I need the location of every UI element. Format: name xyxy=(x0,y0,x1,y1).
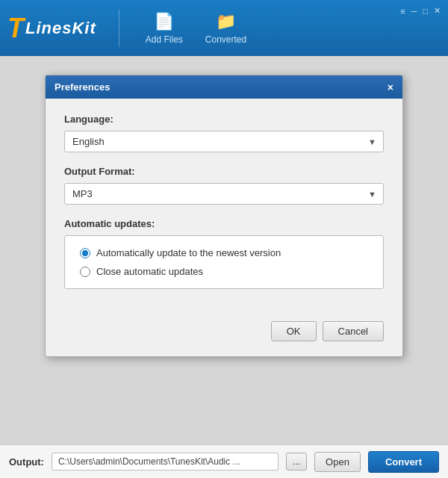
dialog-header: Preferences × xyxy=(46,75,402,99)
language-field-group: Language: English French German Spanish … xyxy=(64,114,384,152)
add-files-label: Add Files xyxy=(146,34,183,45)
converted-icon: 📁 xyxy=(216,12,236,31)
output-path: C:\Users\admin\Documents\TunesKit\Audic … xyxy=(52,453,279,471)
minimize-button[interactable]: ─ xyxy=(411,7,417,16)
output-format-field-group: Output Format: MP3 AAC FLAC WAV OGG ▼ xyxy=(64,166,384,205)
preferences-dialog: Preferences × Language: English French G… xyxy=(45,75,403,357)
dialog-footer: OK Cancel xyxy=(46,314,402,356)
converted-label: Converted xyxy=(205,34,246,45)
add-files-button[interactable]: 📄 Add Files xyxy=(134,8,194,49)
dialog-body: Language: English French German Spanish … xyxy=(46,99,402,314)
dialog-title: Preferences xyxy=(55,81,110,93)
close-button[interactable]: ✕ xyxy=(434,6,441,16)
menu-icon[interactable]: ≡ xyxy=(400,7,405,16)
main-content: Preferences × Language: English French G… xyxy=(0,56,448,444)
dialog-close-button[interactable]: × xyxy=(388,82,393,93)
titlebar: T LinesKit 📄 Add Files 📁 Converted ≡ ─ □… xyxy=(0,0,448,56)
browse-button[interactable]: ... xyxy=(286,453,307,471)
auto-updates-box: Automatically update to the newest versi… xyxy=(64,235,384,289)
language-label: Language: xyxy=(64,114,384,125)
add-files-icon: 📄 xyxy=(154,12,174,31)
auto-update-option1-label: Automatically update to the newest versi… xyxy=(96,247,281,258)
cancel-button[interactable]: Cancel xyxy=(323,321,384,341)
titlebar-divider xyxy=(119,10,119,47)
logo: T LinesKit xyxy=(7,15,96,42)
convert-button[interactable]: Convert xyxy=(368,451,439,473)
language-select-wrapper: English French German Spanish Chinese ▼ xyxy=(64,131,384,152)
auto-updates-label: Automatic updates: xyxy=(64,218,384,229)
open-button[interactable]: Open xyxy=(314,452,361,472)
auto-update-option2[interactable]: Close automatic updates xyxy=(80,266,368,277)
output-format-label: Output Format: xyxy=(64,166,384,177)
output-format-select[interactable]: MP3 AAC FLAC WAV OGG xyxy=(64,183,384,205)
logo-t-icon: T xyxy=(7,15,24,42)
auto-update-radio2[interactable] xyxy=(80,267,90,277)
auto-updates-field-group: Automatic updates: Automatically update … xyxy=(64,218,384,289)
auto-update-option1[interactable]: Automatically update to the newest versi… xyxy=(80,247,368,258)
output-label: Output: xyxy=(9,456,44,468)
auto-update-radio1[interactable] xyxy=(80,248,90,258)
bottom-bar: Output: C:\Users\admin\Documents\TunesKi… xyxy=(0,444,448,478)
ok-button[interactable]: OK xyxy=(271,321,317,341)
window-controls: ≡ ─ □ ✕ xyxy=(400,6,441,16)
restore-button[interactable]: □ xyxy=(423,7,428,16)
output-format-select-wrapper: MP3 AAC FLAC WAV OGG ▼ xyxy=(64,183,384,205)
auto-update-option2-label: Close automatic updates xyxy=(96,266,203,277)
logo-text: LinesKit xyxy=(25,19,96,38)
converted-button[interactable]: 📁 Converted xyxy=(194,8,258,49)
language-select[interactable]: English French German Spanish Chinese xyxy=(64,131,384,152)
